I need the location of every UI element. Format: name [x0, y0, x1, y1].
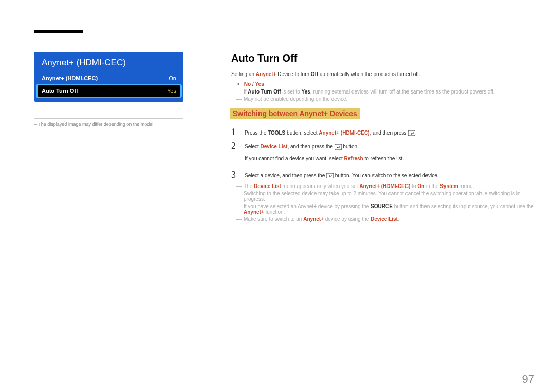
note-ato-yes: ― If Auto Turn Off is set to Yes, runnin… — [236, 89, 534, 95]
step-number: 2 — [231, 141, 245, 166]
left-divider — [34, 118, 183, 119]
t: Device List — [371, 216, 398, 222]
t: Device List — [261, 144, 288, 150]
osd-menu-title: Anynet+ (HDMI-CEC) — [34, 52, 183, 72]
note-use-device-list: ― Make sure to switch to an Anynet+ devi… — [236, 216, 534, 222]
t: button and then selecting its input sour… — [393, 203, 534, 209]
image-disclaimer: The displayed image may differ depending… — [34, 122, 183, 127]
t: On — [417, 183, 424, 189]
t: to refresh the list. — [363, 156, 404, 161]
t: SOURCE — [371, 203, 393, 209]
osd-row-ato-label: Auto Turn Off — [42, 88, 78, 94]
enter-icon — [408, 130, 415, 136]
t: to — [410, 183, 417, 189]
t: in the — [424, 183, 440, 189]
t: Refresh — [344, 156, 363, 161]
header-thin-rule — [34, 35, 540, 35]
left-column: Anynet+ (HDMI-CEC) Anynet+ (HDMI-CEC) On… — [34, 52, 183, 127]
t: button. You can switch to the selected d… — [335, 173, 439, 178]
t: The — [244, 183, 254, 189]
t: Anynet+ — [303, 216, 324, 222]
option-no: No — [244, 81, 251, 87]
options-no-yes: • No / Yes — [231, 81, 534, 87]
t: is set to — [281, 89, 302, 95]
note-device-list-on: ― The Device List menu appears only when… — [236, 183, 534, 189]
t: Anynet+ (HDMI-CEC) — [359, 183, 410, 189]
t: , running external devices will turn off… — [310, 89, 495, 95]
enter-icon — [326, 173, 334, 178]
content-column: Auto Turn Off Setting an Anynet+ Device … — [231, 52, 534, 223]
t: Make sure to switch to an — [244, 216, 303, 222]
note-switch-time: ― Switching to the selected device may t… — [236, 191, 534, 202]
t: If you have selected an Anynet+ device b… — [244, 203, 371, 209]
t: Select — [245, 144, 261, 150]
note-source-limitation: ― If you have selected an Anynet+ device… — [236, 203, 534, 215]
t: Anynet+ — [256, 71, 276, 77]
t: Yes — [302, 89, 310, 95]
t: Device List — [254, 183, 281, 189]
t: Off — [311, 71, 318, 77]
step-3: 3 Select a device, and then press the bu… — [231, 170, 534, 180]
t: menu. — [458, 183, 474, 189]
t: Switching to the selected device may tak… — [244, 191, 534, 202]
osd-row-auto-turn-off[interactable]: Auto Turn Off Yes — [38, 85, 180, 97]
t: Select a device, and then press the — [245, 173, 326, 178]
t: function. — [264, 209, 285, 215]
page-number: 97 — [522, 372, 534, 386]
step-2: 2 Select Device List, and then press the… — [231, 141, 534, 166]
osd-row-anynet-value: On — [169, 75, 176, 81]
t: TOOLS — [268, 130, 285, 136]
intro-text: Setting an Anynet+ Device to turn Off au… — [231, 70, 534, 78]
t: Anynet+ — [244, 209, 264, 215]
step-1: 1 Press the TOOLS button, select Anynet+… — [231, 127, 534, 138]
t: menu appears only when you set — [281, 183, 359, 189]
enter-icon — [335, 144, 342, 150]
osd-row-anynet-label: Anynet+ (HDMI-CEC) — [42, 75, 98, 81]
section-heading: Auto Turn Off — [231, 52, 534, 64]
t: . — [398, 216, 399, 222]
step-number: 3 — [231, 170, 245, 180]
t: May not be enabled depending on the devi… — [244, 96, 534, 102]
t: automatically when the product is turned… — [318, 71, 420, 77]
osd-row-ato-value: Yes — [167, 88, 176, 94]
t: button. — [343, 144, 359, 150]
t: If you cannot find a device you want, se… — [245, 156, 344, 161]
t: Device to turn — [276, 71, 311, 77]
header-thick-rule — [34, 30, 83, 33]
t: . — [415, 130, 417, 136]
subsection-heading: Switching between Anynet+ Devices — [230, 108, 360, 119]
t: , and then press — [370, 130, 409, 136]
t: System — [440, 183, 458, 189]
t: button, select — [285, 130, 319, 136]
note-may-not-enabled: ― May not be enabled depending on the de… — [236, 96, 534, 102]
t: Anynet+ (HDMI-CEC) — [319, 130, 369, 136]
osd-row-anynet[interactable]: Anynet+ (HDMI-CEC) On — [34, 72, 183, 84]
t: device by using the — [324, 216, 371, 222]
option-yes: Yes — [255, 81, 264, 87]
t: , and then press the — [287, 144, 334, 150]
osd-menu-box: Anynet+ (HDMI-CEC) Anynet+ (HDMI-CEC) On… — [34, 52, 183, 102]
t: Press the — [245, 130, 268, 136]
step-number: 1 — [231, 127, 245, 138]
t: Setting an — [231, 71, 256, 77]
t: Auto Turn Off — [248, 89, 281, 95]
